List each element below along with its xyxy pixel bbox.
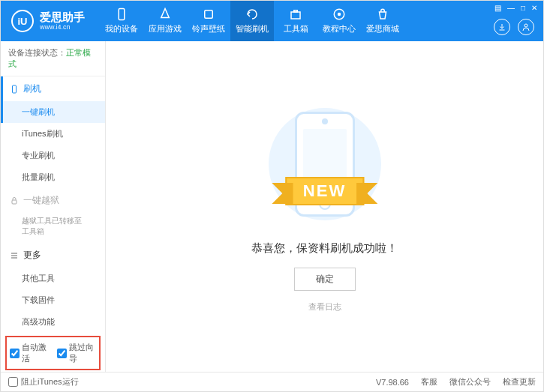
shop-icon	[376, 7, 389, 21]
nav-ringtone[interactable]: 铃声壁纸	[187, 1, 230, 41]
sidebar-head-label: 一键越狱	[23, 194, 59, 207]
sidebar-item-pro-flash[interactable]: 专业刷机	[1, 145, 105, 166]
menu-icon[interactable]: ▤	[494, 4, 501, 12]
sidebar-item-download-firmware[interactable]: 下载固件	[1, 289, 105, 311]
main-content: NEW 恭喜您，保资料刷机成功啦！ 确定 查看日志	[106, 41, 543, 372]
checkbox-auto-activate[interactable]: 自动激活	[10, 342, 50, 364]
nav-my-device[interactable]: 我的设备	[100, 1, 143, 41]
sidebar-head-label: 刷机	[23, 82, 41, 95]
body: 设备连接状态：正常模式 刷机 一键刷机 iTunes刷机 专业刷机 批量刷机 一…	[1, 41, 543, 372]
sidebar-jailbreak-section: 一键越狱 越狱工具已转移至 工具箱	[1, 188, 105, 243]
footer-version: V7.98.66	[376, 378, 409, 387]
view-log-link[interactable]: 查看日志	[308, 301, 341, 313]
checkbox-block-itunes[interactable]: 阻止iTunes运行	[8, 376, 79, 388]
checkbox-input[interactable]	[8, 377, 18, 387]
flash-options-highlight: 自动激活 跳过向导	[5, 336, 101, 370]
sidebar-head-jailbreak[interactable]: 一键越狱	[1, 188, 105, 213]
header-user-icons	[494, 19, 534, 35]
checkbox-input[interactable]	[10, 349, 20, 358]
flash-icon	[245, 7, 259, 21]
sidebar-item-other-tools[interactable]: 其他工具	[1, 268, 105, 289]
sidebar-head-more[interactable]: 更多	[1, 243, 105, 268]
svg-point-5	[338, 13, 341, 16]
close-icon[interactable]: ✕	[531, 4, 537, 12]
svg-rect-1	[205, 10, 213, 19]
nav-smart-flash[interactable]: 智能刷机	[230, 1, 274, 41]
phone-icon	[10, 85, 19, 94]
new-ribbon-icon: NEW	[285, 177, 364, 205]
sidebar-item-itunes-flash[interactable]: iTunes刷机	[1, 123, 105, 145]
brand-logo-icon: iU	[11, 10, 34, 32]
ringtone-icon	[202, 7, 215, 21]
svg-rect-8	[12, 200, 17, 204]
checkbox-label: 自动激活	[22, 342, 50, 364]
sidebar-head-label: 更多	[23, 249, 41, 262]
device-status: 设备连接状态：正常模式	[1, 41, 105, 76]
nav-label: 铃声壁纸	[192, 23, 225, 34]
confirm-button[interactable]: 确定	[294, 268, 356, 291]
download-icon[interactable]	[494, 19, 510, 35]
header: iU 爱思助手 www.i4.cn 我的设备 应用游戏 铃声壁纸 智能刷机	[1, 1, 543, 41]
svg-rect-7	[13, 85, 17, 93]
sidebar-jailbreak-note: 越狱工具已转移至 工具箱	[1, 213, 105, 243]
checkbox-input[interactable]	[57, 349, 67, 358]
sidebar: 设备连接状态：正常模式 刷机 一键刷机 iTunes刷机 专业刷机 批量刷机 一…	[1, 41, 106, 372]
checkbox-label: 跳过向导	[69, 342, 97, 364]
window-controls: ▤ — □ ✕	[494, 4, 537, 12]
nav-label: 我的设备	[105, 23, 138, 34]
maximize-icon[interactable]: □	[521, 4, 525, 12]
brand-subtitle: www.i4.cn	[40, 23, 85, 31]
brand: iU 爱思助手 www.i4.cn	[1, 10, 95, 32]
success-illustration: NEW	[250, 100, 400, 228]
minimize-icon[interactable]: —	[507, 4, 515, 12]
phone-icon	[115, 7, 128, 21]
toolbox-icon	[289, 7, 302, 21]
nav-toolbox[interactable]: 工具箱	[274, 1, 317, 41]
success-message: 恭喜您，保资料刷机成功啦！	[251, 241, 398, 256]
sidebar-head-flash[interactable]: 刷机	[1, 76, 105, 101]
sidebar-more-section: 更多 其他工具 下载固件 高级功能	[1, 243, 105, 333]
tutorial-icon	[332, 7, 346, 21]
ribbon-text: NEW	[285, 177, 364, 205]
app-window: iU 爱思助手 www.i4.cn 我的设备 应用游戏 铃声壁纸 智能刷机	[0, 0, 544, 392]
svg-rect-0	[119, 9, 125, 20]
footer-wechat[interactable]: 微信公众号	[449, 376, 491, 388]
nav-shop[interactable]: 爱思商城	[361, 1, 404, 41]
user-icon[interactable]	[518, 19, 534, 35]
apps-icon	[158, 7, 172, 21]
nav-label: 应用游戏	[149, 23, 182, 34]
sidebar-flash-section: 刷机 一键刷机 iTunes刷机 专业刷机 批量刷机	[1, 76, 105, 188]
checkbox-skip-setup[interactable]: 跳过向导	[57, 342, 97, 364]
footer-service[interactable]: 客服	[421, 376, 437, 388]
list-icon	[10, 251, 19, 260]
sidebar-item-batch-flash[interactable]: 批量刷机	[1, 166, 105, 188]
brand-title: 爱思助手	[40, 11, 85, 24]
lock-icon	[10, 196, 19, 205]
nav-label: 教程中心	[323, 23, 356, 34]
top-nav: 我的设备 应用游戏 铃声壁纸 智能刷机 工具箱 教程中心	[100, 1, 404, 41]
nav-tutorial[interactable]: 教程中心	[317, 1, 361, 41]
nav-label: 工具箱	[284, 23, 308, 34]
nav-apps[interactable]: 应用游戏	[143, 1, 187, 41]
svg-rect-2	[291, 12, 300, 19]
nav-label: 爱思商城	[366, 23, 399, 34]
sidebar-item-oneclick-flash[interactable]: 一键刷机	[1, 101, 105, 123]
sidebar-item-advanced[interactable]: 高级功能	[1, 311, 105, 333]
nav-label: 智能刷机	[236, 23, 269, 34]
checkbox-label: 阻止iTunes运行	[21, 376, 79, 388]
status-label: 设备连接状态：	[8, 48, 66, 57]
svg-point-6	[524, 24, 527, 27]
footer: 阻止iTunes运行 V7.98.66 客服 微信公众号 检查更新	[1, 372, 543, 391]
footer-update[interactable]: 检查更新	[503, 376, 536, 388]
svg-rect-3	[294, 10, 298, 12]
